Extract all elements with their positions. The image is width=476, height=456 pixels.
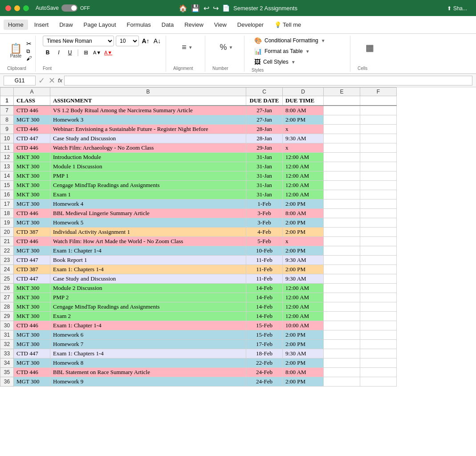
cell-due-date[interactable]: 17-Feb (246, 340, 283, 349)
format-painter-button[interactable]: 🖌 (26, 55, 32, 61)
cell-due-time[interactable]: 12:00 AM (283, 181, 324, 190)
cell-class[interactable]: MKT 300 (14, 190, 50, 200)
row-num[interactable]: 28 (0, 302, 14, 312)
font-size-select[interactable]: 10 (116, 36, 139, 46)
number-button[interactable]: % ▼ (217, 42, 236, 53)
cell-e[interactable] (324, 228, 360, 237)
row-num[interactable]: 20 (0, 228, 14, 237)
cell-due-date[interactable]: 31-Jan (246, 181, 283, 190)
cell-f[interactable] (360, 265, 397, 274)
cell-f[interactable] (360, 284, 397, 293)
cell-due-date[interactable]: 27-Jan (246, 115, 283, 125)
share-button[interactable]: ⬆ Sha... (447, 5, 467, 12)
cell-class[interactable]: MGT 300 (14, 377, 50, 387)
row-num[interactable]: 8 (0, 115, 14, 125)
cell-due-date[interactable]: 11-Feb (246, 256, 283, 265)
cell-class[interactable]: MKT 300 (14, 162, 50, 171)
cell-due-time[interactable]: 8:00 AM (283, 368, 324, 377)
col-header-f[interactable]: F (360, 88, 397, 96)
cell-e[interactable] (324, 190, 360, 200)
cell-due-time[interactable]: 12:00 AM (283, 171, 324, 181)
cell-assignment[interactable]: Watch Film: How Art Made the World - No … (50, 237, 246, 246)
bold-button[interactable]: B (43, 48, 53, 57)
increase-font-button[interactable]: A↑ (141, 36, 151, 46)
cell-f[interactable] (360, 134, 397, 143)
cell-class[interactable]: MGT 300 (14, 246, 50, 256)
cell-e[interactable] (324, 368, 360, 377)
cell-due-date[interactable]: 18-Feb (246, 349, 283, 358)
minimize-button[interactable] (14, 5, 20, 11)
cell-due-time[interactable]: 12:00 AM (283, 293, 324, 302)
cell-e[interactable] (324, 349, 360, 358)
cell-due-time[interactable]: 2:00 PM (283, 358, 324, 368)
cell-assignment[interactable]: Homework 9 (50, 377, 246, 387)
row-num[interactable]: 35 (0, 368, 14, 377)
row-num[interactable]: 24 (0, 265, 14, 274)
cell-assignment[interactable]: Homework 6 (50, 330, 246, 340)
cell-assignment[interactable]: Exam 1: Chapter 1-4 (50, 321, 246, 330)
row-num[interactable]: 23 (0, 256, 14, 265)
cell-assignment[interactable]: Case Study and Discussion (50, 134, 246, 143)
row-num[interactable]: 27 (0, 293, 14, 302)
cell-e[interactable] (324, 265, 360, 274)
cell-assignment[interactable]: PMP 1 (50, 171, 246, 181)
cell-class[interactable]: MGT 300 (14, 218, 50, 228)
col-header-d[interactable]: D (283, 88, 324, 96)
cell-due-time[interactable]: 2:00 PM (283, 246, 324, 256)
cell-due-date[interactable]: 31-Jan (246, 171, 283, 181)
cell-e[interactable] (324, 377, 360, 387)
italic-button[interactable]: I (54, 48, 64, 57)
menu-developer[interactable]: Developer (233, 20, 268, 30)
cell-assignment[interactable]: Webinar: Envisioning a Sustainable Futur… (50, 125, 246, 134)
cut-button[interactable]: ✂ (26, 40, 32, 47)
cell-due-date[interactable]: 1-Feb (246, 200, 283, 209)
row-num[interactable]: 17 (0, 200, 14, 209)
undo-icon[interactable]: ↩ (203, 4, 209, 12)
cell-due-time[interactable]: 12:00 AM (283, 312, 324, 321)
format-as-table-button[interactable]: 📊 Format as Table ▼ (252, 46, 313, 56)
cell-f[interactable] (360, 377, 397, 387)
cell-class[interactable]: CTD 387 (14, 265, 50, 274)
cell-due-time[interactable]: 9:30 AM (283, 134, 324, 143)
col-header-e[interactable]: E (324, 88, 360, 96)
cell-due-date[interactable]: 31-Jan (246, 162, 283, 171)
cell-e[interactable] (324, 358, 360, 368)
font-family-select[interactable]: Times New Roman (43, 36, 114, 46)
cell-assignment[interactable]: Introduction Module (50, 153, 246, 162)
cell-due-time[interactable]: 12:00 AM (283, 284, 324, 293)
cell-e[interactable] (324, 284, 360, 293)
cell-due-time[interactable]: 12:00 AM (283, 190, 324, 200)
cells-button[interactable]: ▦ (362, 41, 378, 54)
cell-due-time[interactable]: 9:30 AM (283, 274, 324, 284)
cell-due-date[interactable]: 4-Feb (246, 228, 283, 237)
cell-due-date[interactable]: 3-Feb (246, 209, 283, 218)
row-num[interactable]: 19 (0, 218, 14, 228)
cell-reference-input[interactable] (4, 76, 36, 86)
autosave-toggle[interactable] (61, 4, 77, 12)
cell-e[interactable] (324, 171, 360, 181)
cell-class[interactable]: MKT 300 (14, 171, 50, 181)
row-num[interactable]: 31 (0, 330, 14, 340)
copy-button[interactable]: ⧉ (26, 48, 32, 54)
cell-f[interactable] (360, 190, 397, 200)
cell-assignment[interactable]: PMP 2 (50, 293, 246, 302)
menu-review[interactable]: Review (180, 20, 208, 30)
row-num[interactable]: 14 (0, 171, 14, 181)
cell-class[interactable]: MGT 300 (14, 358, 50, 368)
menu-view[interactable]: View (210, 20, 231, 30)
cell-e[interactable] (324, 340, 360, 349)
row-num[interactable]: 12 (0, 153, 14, 162)
alignment-button[interactable]: ≡ ▼ (179, 42, 195, 53)
cell-styles-button[interactable]: 🖼 Cell Styles ▼ (252, 57, 298, 67)
cell-f[interactable] (360, 106, 397, 115)
cell-e[interactable] (324, 218, 360, 228)
paste-button[interactable]: 📋 Paste (7, 43, 24, 59)
cell-due-time[interactable]: x (283, 125, 324, 134)
close-button[interactable] (5, 5, 11, 11)
cell-f[interactable] (360, 209, 397, 218)
maximize-button[interactable] (23, 5, 29, 11)
cell-class[interactable]: MGT 300 (14, 115, 50, 125)
cell-due-time[interactable]: 2:00 PM (283, 228, 324, 237)
cell-due-date[interactable]: 31-Jan (246, 190, 283, 200)
row-num[interactable]: 29 (0, 312, 14, 321)
